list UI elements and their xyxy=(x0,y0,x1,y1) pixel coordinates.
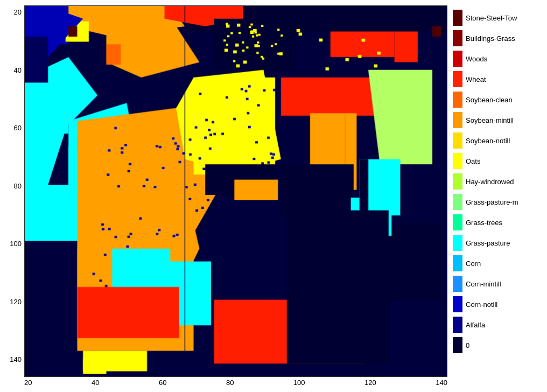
legend-label-6: Soybean-notill xyxy=(466,137,510,145)
x-tick-100: 100 xyxy=(293,379,305,387)
legend-item-12: Corn xyxy=(453,254,542,273)
legend-color-7 xyxy=(453,153,462,169)
legend-color-0 xyxy=(453,10,462,26)
legend-color-10 xyxy=(453,214,462,230)
y-tick-140: 140 xyxy=(10,355,22,363)
legend-item-1: Buildings-Grass xyxy=(453,29,542,48)
legend-color-6 xyxy=(453,132,462,149)
legend-item-14: Corn-notill xyxy=(453,295,542,314)
legend-item-6: Soybean-notill xyxy=(453,131,542,150)
x-tick-80: 80 xyxy=(226,379,234,387)
legend-label-2: Woods xyxy=(466,55,487,63)
legend-color-2 xyxy=(453,51,462,67)
y-tick-40: 40 xyxy=(14,66,22,74)
y-axis: 20 40 60 80 100 120 140 xyxy=(5,5,24,377)
legend-label-10: Grass-trees xyxy=(466,219,502,227)
legend-item-5: Soybean-mintill xyxy=(453,110,542,130)
y-tick-60: 60 xyxy=(14,124,22,132)
legend-item-11: Grass-pasture xyxy=(453,233,542,253)
legend-color-1 xyxy=(453,30,462,46)
classification-map xyxy=(25,6,447,376)
legend-color-8 xyxy=(453,173,462,190)
legend-label-4: Soybean-clean xyxy=(466,96,513,104)
x-tick-60: 60 xyxy=(159,379,166,387)
legend-item-10: Grass-trees xyxy=(453,213,542,232)
legend-item-3: Wheat xyxy=(453,69,542,89)
legend-label-14: Corn-notill xyxy=(466,300,497,309)
legend-item-13: Corn-mintill xyxy=(453,274,542,293)
legend-label-3: Wheat xyxy=(466,75,486,83)
legend-item-7: Oats xyxy=(453,151,542,171)
legend-label-8: Hay-windrowed xyxy=(466,178,514,186)
legend-label-13: Corn-mintill xyxy=(466,280,501,288)
chart-area: 20 40 60 80 100 120 140 20 40 60 80 100 … xyxy=(5,5,447,387)
legend-color-14 xyxy=(453,296,462,312)
legend-color-13 xyxy=(453,276,462,292)
legend-color-5 xyxy=(453,112,462,128)
x-axis: 20 40 60 80 100 120 140 xyxy=(5,377,447,387)
legend-item-15: Alfalfa xyxy=(453,315,542,334)
legend-color-15 xyxy=(453,317,462,333)
legend-label-1: Buildings-Grass xyxy=(466,34,515,43)
legend-item-0: Stone-Steel-Tow xyxy=(453,8,542,27)
legend-area: Stone-Steel-TowBuildings-GrassWoodsWheat… xyxy=(447,5,542,387)
x-tick-20: 20 xyxy=(24,379,32,387)
plot-container xyxy=(24,5,447,377)
y-tick-100: 100 xyxy=(10,240,22,248)
legend-item-8: Hay-windrowed xyxy=(453,172,542,191)
legend-label-11: Grass-pasture xyxy=(466,239,510,247)
legend-color-16 xyxy=(453,337,462,353)
x-tick-40: 40 xyxy=(92,379,99,387)
legend-color-4 xyxy=(453,92,462,108)
x-tick-140: 140 xyxy=(436,379,447,387)
legend-item-9: Grass-pasture-m xyxy=(453,192,542,212)
legend-label-16: 0 xyxy=(466,341,469,349)
legend-item-2: Woods xyxy=(453,49,542,68)
y-tick-120: 120 xyxy=(10,298,22,306)
legend-color-9 xyxy=(453,194,462,210)
plot-with-axes: 20 40 60 80 100 120 140 xyxy=(5,5,447,377)
legend-label-7: Oats xyxy=(466,157,480,165)
x-tick-120: 120 xyxy=(364,379,376,387)
y-tick-80: 80 xyxy=(14,182,22,190)
y-tick-20: 20 xyxy=(14,8,22,16)
legend-color-12 xyxy=(453,255,462,271)
legend-label-12: Corn xyxy=(466,260,481,268)
legend-label-0: Stone-Steel-Tow xyxy=(466,14,517,22)
legend-label-9: Grass-pasture-m xyxy=(466,198,518,206)
legend-label-15: Alfalfa xyxy=(466,321,485,329)
legend-color-3 xyxy=(453,71,462,87)
legend-color-11 xyxy=(453,235,462,251)
legend-item-16: 0 xyxy=(453,335,542,355)
legend-label-5: Soybean-mintill xyxy=(466,116,514,124)
legend-item-4: Soybean-clean xyxy=(453,90,542,109)
main-container: 20 40 60 80 100 120 140 20 40 60 80 100 … xyxy=(0,0,547,392)
